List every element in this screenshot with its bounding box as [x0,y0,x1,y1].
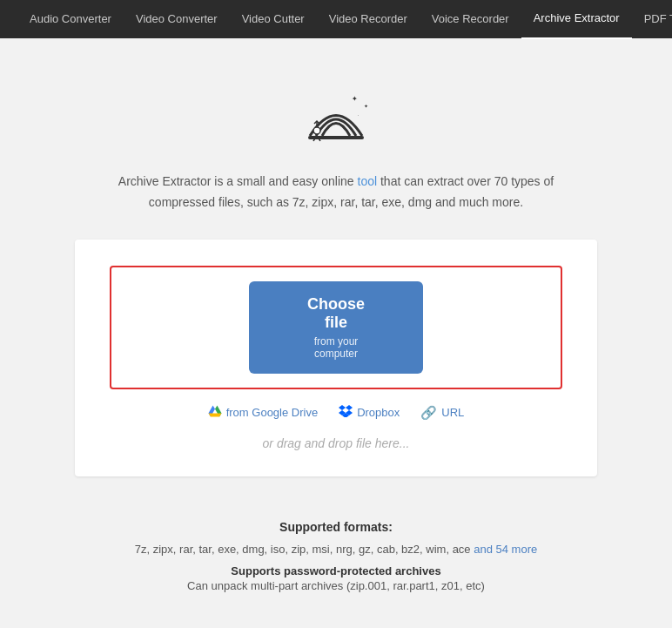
svg-marker-7 [346,405,353,410]
formats-text: 7z, zipx, rar, tar, exe, dmg, iso, zip, … [135,543,471,556]
drag-drop-text: or drag and drop file here... [263,436,410,450]
choose-file-label: Choose file [301,295,371,332]
google-drive-icon [208,405,222,420]
drop-zone[interactable]: Choose file from your computer [110,266,562,389]
tool-link[interactable]: tool [358,174,378,188]
upload-card: Choose file from your computer from Goog… [75,240,597,476]
feature-multipart: Can unpack multi-part archives (zip.001,… [135,579,537,592]
hero-description: Archive Extractor is a small and easy on… [118,172,554,213]
google-drive-link[interactable]: from Google Drive [208,405,318,421]
choose-file-button[interactable]: Choose file from your computer [249,281,423,374]
dropbox-icon [339,405,353,420]
svg-text:·: · [358,112,359,118]
svg-marker-6 [339,405,346,410]
dropbox-link[interactable]: Dropbox [339,405,400,421]
dropbox-label: Dropbox [357,406,400,419]
choose-file-sublabel: from your computer [301,335,371,360]
main-content: ✦ ✦ · Archive Extractor is a small and e… [0,38,672,627]
nav-archive-extractor[interactable]: Archive Extractor [521,0,632,39]
svg-text:✦: ✦ [364,104,368,109]
nav-audio-converter[interactable]: Audio Converter [17,0,124,38]
feature-password: Supports password-protected archives [135,564,537,577]
supported-title: Supported formats: [135,520,537,534]
hero-icon: ✦ ✦ · [301,91,371,154]
nav-video-recorder[interactable]: Video Recorder [317,0,420,38]
nav-voice-recorder[interactable]: Voice Recorder [420,0,521,38]
nav-video-cutter[interactable]: Video Cutter [230,0,317,38]
url-icon: 🔗 [420,405,437,421]
supported-section: Supported formats: 7z, zipx, rar, tar, e… [135,520,537,592]
svg-point-4 [313,127,320,134]
source-links: from Google Drive Dropbox 🔗 URL [208,405,465,421]
nav-pdf-tools[interactable]: PDF Tools [632,0,672,38]
formats-more-link[interactable]: and 54 more [474,543,537,556]
svg-text:✦: ✦ [352,95,358,103]
url-label: URL [441,406,464,419]
formats-list: 7z, zipx, rar, tar, exe, dmg, iso, zip, … [135,539,537,559]
url-link[interactable]: 🔗 URL [420,405,464,421]
navigation: Audio Converter Video Converter Video Cu… [0,0,672,38]
google-drive-label: from Google Drive [226,406,318,419]
nav-video-converter[interactable]: Video Converter [124,0,230,38]
